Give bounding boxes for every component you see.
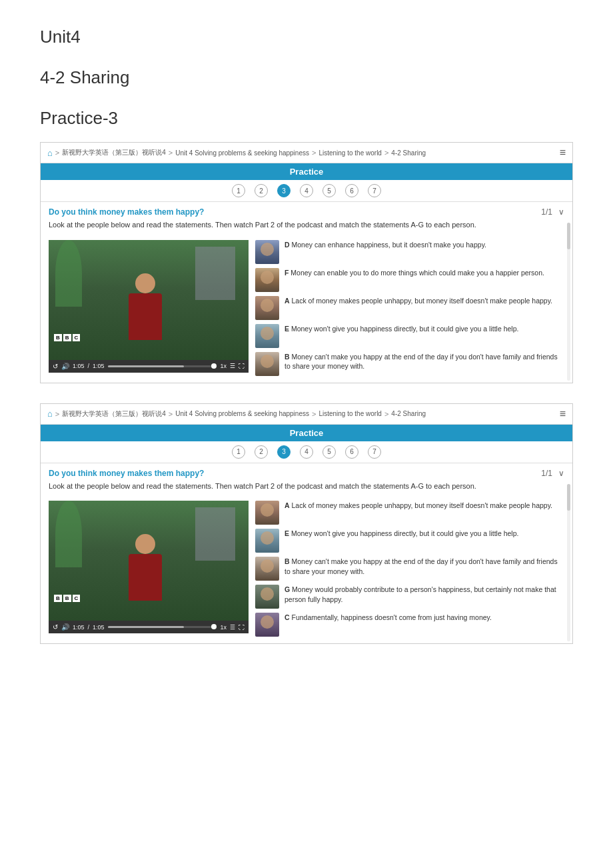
home-icon-2[interactable]: ⌂ [47, 409, 53, 419]
step-3-active[interactable]: 3 [277, 184, 291, 197]
step-4[interactable]: 4 [300, 184, 313, 197]
statement-item-A2: A Lack of money makes people unhappy, bu… [255, 501, 564, 525]
statement-text-F: F Money can enable you to do more things… [285, 268, 544, 278]
question-header-2: Do you think money makes them happy? Loo… [41, 463, 572, 495]
step-2-1[interactable]: 1 [232, 445, 245, 459]
statement-text-B1: B Money can't make you happy at the end … [285, 352, 564, 371]
content-area-1: B B C ↺ 🔊 1:05 / 1:05 1x ☰ ⛶ [41, 233, 572, 383]
statement-text-G: G Money would probably contribute to a p… [285, 585, 564, 604]
progress-bar-2[interactable] [108, 626, 217, 628]
statement-item-D: D Money can enhance happiness, but it do… [255, 240, 564, 264]
volume-icon-2[interactable]: 🔊 [61, 623, 69, 631]
hamburger-icon-2[interactable]: ≡ [560, 408, 566, 420]
statement-text-E2: E Money won't give you happiness directl… [285, 529, 518, 539]
section-title: 4-2 Sharing [40, 67, 573, 88]
subtitle-icon-2[interactable]: ☰ [230, 624, 235, 631]
breadcrumb-text-1: ⌂ > 新视野大学英语（第三版）视听说4 > Unit 4 Solving pr… [47, 148, 426, 158]
statement-item-F: F Money can enable you to do more things… [255, 268, 564, 292]
breadcrumb-item-2: Unit 4 Solving problems & seeking happin… [175, 149, 309, 157]
step-nav-1: 1 2 3 4 5 6 7 [41, 180, 572, 202]
scrollbar-1[interactable] [567, 223, 570, 381]
practice-header-2: Practice [41, 425, 572, 441]
step-2-5[interactable]: 5 [322, 445, 336, 459]
practice-title: Practice-3 [40, 108, 573, 129]
practice-panel-1: ⌂ > 新视野大学英语（第三版）视听说4 > Unit 4 Solving pr… [40, 142, 573, 383]
statement-item-C: C Fundamentally, happiness doesn't come … [255, 613, 564, 637]
video-placeholder-1: B B C [49, 240, 249, 360]
statement-item-B2: B Money can't make you happy at the end … [255, 557, 564, 581]
collapse-toggle-2[interactable]: ∨ [558, 469, 564, 478]
statement-item-E1: E Money won't give you happiness directl… [255, 324, 564, 348]
statements-area-1: D Money can enhance happiness, but it do… [255, 240, 564, 376]
scrollbar-2[interactable] [567, 484, 570, 642]
person-thumb-G [255, 585, 279, 609]
hamburger-icon[interactable]: ≡ [560, 147, 566, 159]
breadcrumb-item-3: Listening to the world [318, 149, 382, 157]
breadcrumb-text-2: ⌂ > 新视野大学英语（第三版）视听说4 > Unit 4 Solving pr… [47, 409, 426, 419]
video-controls-2[interactable]: ↺ 🔊 1:05 / 1:05 1x ☰ ⛶ [49, 621, 249, 633]
step-2-7[interactable]: 7 [368, 445, 381, 459]
progress-bar-1[interactable] [108, 365, 217, 367]
speed-label-1[interactable]: 1x [220, 363, 227, 369]
breadcrumb-item-2-4: 4-2 Sharing [391, 410, 426, 417]
replay-button-1[interactable]: ↺ [53, 363, 58, 370]
step-7[interactable]: 7 [368, 184, 381, 197]
step-2-2[interactable]: 2 [255, 445, 268, 459]
time-total-2: 1:05 [93, 624, 105, 631]
step-2-4[interactable]: 4 [300, 445, 313, 459]
statement-text-E1: E Money won't give you happiness directl… [285, 324, 518, 334]
question-counter-1: 1/1 [541, 207, 552, 217]
person-thumb-F [255, 268, 279, 292]
person-thumb-B1 [255, 352, 279, 376]
statement-item-E2: E Money won't give you happiness directl… [255, 529, 564, 553]
question-counter-2: 1/1 [541, 469, 552, 478]
person-thumb-C [255, 613, 279, 637]
person-thumb-E2 [255, 529, 279, 553]
statement-text-A1: A Lack of money makes people unhappy, bu… [285, 296, 552, 306]
step-5[interactable]: 5 [322, 184, 336, 197]
step-2-6[interactable]: 6 [345, 445, 358, 459]
breadcrumb-item-2-3: Listening to the world [318, 410, 382, 417]
time-total-1: 1:05 [93, 363, 105, 369]
collapse-toggle-1[interactable]: ∨ [558, 207, 564, 217]
speed-label-2[interactable]: 1x [220, 624, 227, 631]
statement-item-A1: A Lack of money makes people unhappy, bu… [255, 296, 564, 320]
volume-icon-1[interactable]: 🔊 [61, 363, 69, 370]
step-1[interactable]: 1 [232, 184, 245, 197]
step-6[interactable]: 6 [345, 184, 358, 197]
breadcrumb-item-1: 新视野大学英语（第三版）视听说4 [62, 148, 166, 157]
step-2[interactable]: 2 [255, 184, 268, 197]
bbc-bar-1: B B C [54, 334, 80, 341]
question-desc-1: Look at the people below and read the st… [49, 219, 528, 231]
step-nav-2: 1 2 3 4 5 6 7 [41, 441, 572, 463]
statement-text-A2: A Lack of money makes people unhappy, bu… [285, 501, 552, 511]
scrollbar-thumb-2 [567, 484, 570, 511]
bbc-bar-2: B B C [54, 595, 80, 602]
person-thumb-A1 [255, 296, 279, 320]
video-area-1: B B C ↺ 🔊 1:05 / 1:05 1x ☰ ⛶ [49, 240, 249, 376]
step-2-3-active[interactable]: 3 [277, 445, 291, 459]
question-left-2: Do you think money makes them happy? Loo… [49, 469, 528, 492]
person-thumb-B2 [255, 557, 279, 581]
home-icon[interactable]: ⌂ [47, 148, 53, 158]
breadcrumb-item-4: 4-2 Sharing [391, 149, 426, 157]
scrollbar-thumb-1 [567, 223, 570, 249]
question-left-1: Do you think money makes them happy? Loo… [49, 207, 528, 231]
statements-area-2: A Lack of money makes people unhappy, bu… [255, 501, 564, 637]
practice-panel-2: ⌂ > 新视野大学英语（第三版）视听说4 > Unit 4 Solving pr… [40, 403, 573, 645]
subtitle-icon-1[interactable]: ☰ [230, 363, 235, 369]
replay-button-2[interactable]: ↺ [53, 623, 58, 631]
person-thumb-A2 [255, 501, 279, 525]
person-thumb-E1 [255, 324, 279, 348]
content-area-2: B B C ↺ 🔊 1:05 / 1:05 1x ☰ ⛶ [41, 494, 572, 643]
video-controls-1[interactable]: ↺ 🔊 1:05 / 1:05 1x ☰ ⛶ [49, 360, 249, 373]
fullscreen-icon-1[interactable]: ⛶ [239, 363, 245, 369]
statement-text-D: D Money can enhance happiness, but it do… [285, 240, 486, 250]
breadcrumb-bar-2: ⌂ > 新视野大学英语（第三版）视听说4 > Unit 4 Solving pr… [41, 404, 572, 425]
video-placeholder-2: B B C [49, 501, 249, 621]
breadcrumb-item-2-2: Unit 4 Solving problems & seeking happin… [175, 410, 309, 417]
fullscreen-icon-2[interactable]: ⛶ [239, 624, 245, 631]
question-desc-2: Look at the people below and read the st… [49, 481, 528, 492]
practice-header-1: Practice [41, 163, 572, 180]
breadcrumb-bar-1: ⌂ > 新视野大学英语（第三版）视听说4 > Unit 4 Solving pr… [41, 143, 572, 163]
